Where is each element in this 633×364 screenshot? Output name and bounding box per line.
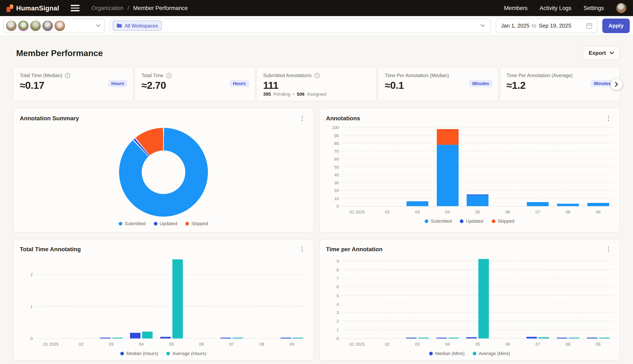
chart-plot: 0102030405060708090100	[342, 128, 613, 206]
x-axis-tick: 07	[523, 342, 553, 346]
breadcrumb: Organization / Member Performance	[91, 5, 188, 11]
breadcrumb-organization[interactable]: Organization	[91, 5, 124, 11]
bar-median-mins-	[436, 338, 447, 338]
workspace-chip[interactable]: All Workspaces	[113, 21, 162, 31]
y-axis-tick: 20	[326, 188, 339, 193]
avatar	[18, 20, 29, 31]
y-axis-tick: 50	[326, 164, 339, 170]
breadcrumb-separator: /	[128, 5, 129, 11]
panel-title: Time per Annotation	[326, 246, 383, 252]
hamburger-menu-icon[interactable]	[71, 4, 81, 12]
date-to-word: to	[532, 22, 536, 28]
nav-activity-logs[interactable]: Activity Logs	[540, 5, 571, 11]
legend-label: Submitted	[125, 221, 146, 226]
legend-item-median-hours-[interactable]: Median (Hours)	[120, 351, 158, 356]
stat-card-label: Time Per Annotation (Median)	[385, 72, 449, 78]
stacked-bar	[527, 202, 549, 206]
y-axis-tick: 1	[20, 304, 33, 310]
legend-item-average-hours-[interactable]: Average (Hours)	[166, 351, 207, 356]
y-axis-tick: 1	[326, 327, 339, 333]
nav-settings[interactable]: Settings	[583, 5, 604, 11]
info-icon[interactable]: i	[166, 73, 171, 78]
stat-card-footer: 395 Pending • 506 Assigned	[263, 92, 326, 96]
bars-layer	[342, 259, 613, 338]
y-axis-tick: 3	[326, 310, 339, 316]
cards-next-button[interactable]	[610, 78, 622, 90]
info-icon[interactable]: i	[314, 73, 320, 78]
humansignal-logo[interactable]: HumanSignal	[7, 4, 59, 12]
footer-separator: •	[293, 92, 294, 96]
bar-group-04	[433, 129, 463, 206]
bar-average-mins-	[539, 337, 549, 338]
bars-layer	[342, 128, 613, 206]
legend-label: Median (Hours)	[126, 351, 158, 356]
export-button[interactable]: Export	[583, 46, 620, 60]
stacked-bar	[437, 129, 458, 206]
bar-group-08	[553, 338, 583, 338]
legend-label: Skipped	[498, 219, 514, 224]
unit-badge: Hours	[108, 80, 127, 87]
chevron-down-icon	[480, 24, 485, 27]
pending-label: Pending	[273, 92, 290, 96]
date-range-text: Jan 1, 2025toSep 19, 2025	[501, 22, 571, 28]
date-range-input[interactable]: Jan 1, 2025toSep 19, 2025	[496, 18, 597, 33]
apply-button[interactable]: Apply	[602, 18, 630, 33]
legend-item-average-mins-[interactable]: Average (Mins)	[473, 351, 510, 356]
legend-item-skipped[interactable]: Skipped	[185, 221, 208, 226]
chart-body: 010203040506070809010001 202502030405060…	[326, 128, 613, 214]
legend-item-submitted[interactable]: Submitted	[425, 219, 452, 224]
x-axis-tick: 08	[247, 342, 277, 346]
x-axis-tick: 07	[217, 342, 247, 346]
stat-card-label: Total Time	[141, 72, 164, 78]
y-axis-tick: 7	[326, 276, 339, 281]
bar-group-07	[523, 202, 553, 206]
members-filter-select[interactable]	[3, 18, 105, 33]
chart-body: 012345678901 20250203040506070809	[326, 259, 613, 346]
member-avatars	[6, 20, 65, 31]
app-header: HumanSignal Organization / Member Perfor…	[0, 0, 633, 16]
stat-card-label: Submitted Annotations	[263, 72, 311, 78]
workspaces-filter-select[interactable]: All Workspaces	[110, 18, 491, 33]
date-to: Sep 19, 2025	[539, 22, 571, 28]
assigned-count: 506	[297, 92, 304, 96]
kebab-menu-icon[interactable]: ⋮	[603, 245, 613, 253]
info-icon[interactable]: i	[65, 73, 70, 78]
legend-dot	[166, 352, 170, 355]
bar-group-03	[96, 338, 126, 338]
kebab-menu-icon[interactable]: ⋮	[603, 114, 613, 122]
legend-dot	[492, 219, 495, 223]
legend-label: Average (Hours)	[173, 351, 207, 356]
legend-item-median-mins-[interactable]: Median (Mins)	[429, 351, 465, 356]
bar-average-mins-	[569, 338, 579, 338]
y-axis-tick: 8	[326, 267, 339, 272]
bar-group-04	[433, 338, 463, 338]
bar-average-mins-	[599, 338, 609, 338]
bar-average-mins-	[478, 259, 489, 338]
main-content: Member Performance Export Total Time (Me…	[0, 46, 633, 361]
folder-icon	[117, 23, 122, 28]
bar-segment-submitted	[406, 202, 428, 206]
x-axis-tick: 05	[463, 209, 493, 214]
stat-card-time-per-annotation-median: Time Per Annotation (Median) ≈0.1 Minute…	[378, 67, 498, 101]
kebab-menu-icon[interactable]: ⋮	[297, 245, 307, 253]
kebab-menu-icon[interactable]: ⋮	[297, 114, 307, 122]
annotation-summary-chart: SubmittedUpdatedSkipped	[20, 128, 307, 226]
x-axis-tick: 06	[493, 209, 523, 214]
user-avatar[interactable]	[616, 3, 626, 13]
legend-item-updated[interactable]: Updated	[460, 219, 483, 224]
panel-time-per-annotation: Time per Annotation ⋮ 012345678901 20250…	[319, 239, 620, 360]
bar-average-hours-	[112, 338, 122, 338]
bar-group-09	[583, 203, 613, 206]
legend-item-submitted[interactable]: Submitted	[119, 221, 146, 226]
y-axis-tick: 0	[20, 336, 33, 341]
x-axis-tick: 08	[553, 342, 583, 346]
bar-group-03	[403, 202, 433, 206]
nav-members[interactable]: Members	[504, 5, 528, 11]
x-axis-tick: 03	[96, 342, 126, 346]
x-axis-tick: 04	[433, 342, 463, 346]
legend-item-skipped[interactable]: Skipped	[492, 219, 514, 224]
legend-item-updated[interactable]: Updated	[154, 221, 177, 226]
bar-segment-submitted	[527, 202, 549, 206]
assigned-label: Assigned	[307, 92, 326, 96]
avatar	[6, 20, 17, 31]
